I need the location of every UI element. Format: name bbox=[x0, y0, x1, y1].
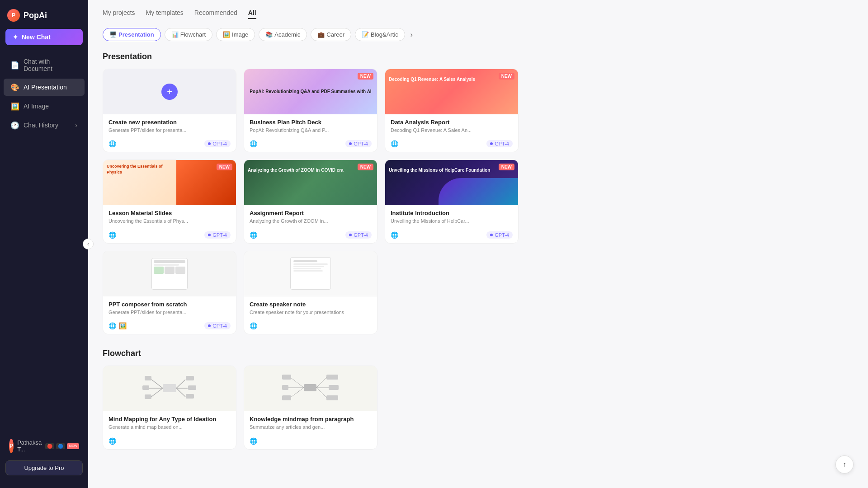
card-img-text: Decoding Q1 Revenue: A Sales Analysis bbox=[385, 73, 479, 86]
filter-tab-flowchart[interactable]: 📊 Flowchart bbox=[165, 28, 212, 41]
globe-icon: 🌐 bbox=[391, 231, 398, 239]
gpt-label: GPT-4 bbox=[354, 232, 368, 238]
new-badge: NEW bbox=[358, 164, 373, 170]
gpt-label: GPT-4 bbox=[495, 232, 509, 238]
sidebar-item-label: Chat History bbox=[24, 122, 58, 129]
academic-tab-icon: 📚 bbox=[265, 31, 273, 38]
flowchart-tab-label: Flowchart bbox=[180, 31, 206, 38]
filter-tabs: 🖥️ Presentation 📊 Flowchart 🖼️ Image 📚 A… bbox=[103, 28, 854, 41]
gpt-dot bbox=[490, 142, 493, 145]
gpt-label: GPT-4 bbox=[212, 232, 227, 238]
card-body: Knowledge mindmap from paragraph Summari… bbox=[244, 411, 377, 434]
card-body: Create new presentation Generate PPT/sli… bbox=[103, 114, 236, 137]
svg-rect-0 bbox=[163, 384, 176, 392]
card-speaker-note[interactable]: Create speaker note Create speaker note … bbox=[244, 251, 377, 334]
new-badge: NEW bbox=[217, 164, 232, 170]
card-desc: Create speaker note for your presentatio… bbox=[250, 309, 372, 316]
new-chat-button[interactable]: ✦ New Chat bbox=[5, 29, 83, 45]
sidebar-item-label: Chat with Document bbox=[24, 58, 77, 72]
presentation-tab-icon: 🖥️ bbox=[109, 31, 117, 38]
sidebar-item-chat-history[interactable]: 🕐 Chat History › bbox=[4, 117, 85, 134]
filter-tab-presentation[interactable]: 🖥️ Presentation bbox=[103, 28, 161, 41]
card-footer: 🌐 bbox=[103, 435, 236, 449]
gpt-badge: GPT-4 bbox=[486, 140, 513, 147]
gpt-badge: GPT-4 bbox=[204, 140, 231, 147]
card-footer: 🌐 GPT-4 bbox=[385, 229, 518, 243]
flowchart-section-title: Flowchart bbox=[103, 349, 854, 358]
card-footer: 🌐 GPT-4 bbox=[244, 137, 377, 152]
presentation-section: Presentation + Create new presentation G… bbox=[103, 52, 854, 334]
card-desc: Unveiling the Missions of HelpCar... bbox=[391, 218, 513, 225]
globe-icon: 🌐 bbox=[250, 322, 257, 329]
presentation-tab-label: Presentation bbox=[118, 31, 154, 38]
sidebar-item-ai-image[interactable]: 🖼️ AI Image bbox=[4, 98, 85, 115]
card-desc: Generate PPT/slides for presenta... bbox=[108, 127, 231, 134]
flowchart-tab-icon: 📊 bbox=[171, 31, 179, 38]
card-title: Mind Mapping for Any Type of Ideation bbox=[108, 416, 231, 422]
card-mind-mapping[interactable]: Mind Mapping for Any Type of Ideation Ge… bbox=[103, 366, 236, 449]
nav-my-projects[interactable]: My projects bbox=[103, 9, 135, 19]
nav-all[interactable]: All bbox=[248, 9, 256, 19]
card-footer: 🌐 bbox=[244, 319, 377, 334]
mind-map-svg bbox=[142, 371, 197, 407]
card-ppt-composer[interactable]: PPT composer from scratch Generate PPT/s… bbox=[103, 251, 236, 334]
sidebar-item-chat-document[interactable]: 📄 Chat with Document bbox=[4, 53, 85, 77]
sidebar-item-ai-presentation[interactable]: 🎨 AI Presentation bbox=[4, 79, 85, 96]
gpt-label: GPT-4 bbox=[212, 323, 227, 328]
sidebar-collapse-button[interactable]: ‹ bbox=[83, 239, 94, 249]
filter-tab-academic[interactable]: 📚 Academic bbox=[259, 28, 307, 41]
svg-rect-21 bbox=[326, 375, 338, 380]
new-badge: NEW bbox=[499, 73, 514, 80]
document-icon: 📄 bbox=[11, 61, 19, 69]
card-body: Business Plan Pitch Deck PopAi: Revoluti… bbox=[244, 114, 377, 137]
card-assignment-report[interactable]: NEW Analyzing the Growth of ZOOM in COVI… bbox=[244, 160, 377, 243]
gpt-label: GPT-4 bbox=[495, 141, 509, 146]
filter-tab-image[interactable]: 🖼️ Image bbox=[216, 28, 255, 41]
card-thumbnail: Uncovering the Essentials of Physics NEW bbox=[103, 160, 236, 205]
svg-line-18 bbox=[290, 388, 304, 398]
image-icon: 🖼️ bbox=[11, 102, 19, 110]
image-icon: 🖼️ bbox=[119, 322, 127, 329]
card-data-analysis[interactable]: NEW Decoding Q1 Revenue: A Sales Analysi… bbox=[385, 69, 519, 152]
card-desc: Generate a mind map based on... bbox=[108, 424, 231, 431]
nav-recommended[interactable]: Recommended bbox=[194, 9, 237, 19]
card-lesson-material[interactable]: Uncovering the Essentials of Physics NEW… bbox=[103, 160, 236, 243]
new-badge: NEW bbox=[67, 443, 79, 449]
card-knowledge-mindmap[interactable]: Knowledge mindmap from paragraph Summari… bbox=[244, 366, 377, 449]
nav-my-templates[interactable]: My templates bbox=[146, 9, 184, 19]
gpt-dot bbox=[349, 142, 352, 145]
gpt-label: GPT-4 bbox=[212, 141, 227, 146]
gpt-badge: GPT-4 bbox=[345, 231, 372, 239]
card-title: Business Plan Pitch Deck bbox=[250, 119, 372, 126]
filter-tab-career[interactable]: 💼 Career bbox=[311, 28, 351, 41]
svg-rect-6 bbox=[145, 394, 151, 399]
svg-line-7 bbox=[176, 380, 185, 388]
filter-more-button[interactable]: › bbox=[409, 29, 415, 41]
presentation-icon: 🎨 bbox=[11, 83, 19, 91]
filter-tab-blog[interactable]: 📝 Blog&Artic bbox=[355, 28, 405, 41]
upgrade-button[interactable]: Upgrade to Pro bbox=[5, 460, 83, 475]
card-img-text: PopAi: Revolutionizing Q&A and PDF Summa… bbox=[246, 85, 375, 99]
card-title: Assignment Report bbox=[250, 210, 372, 216]
scroll-to-top-button[interactable]: ↑ bbox=[835, 455, 854, 474]
card-title: Lesson Material Slides bbox=[108, 210, 231, 216]
card-desc: PopAi: Revolutionizing Q&A and P... bbox=[250, 127, 372, 134]
card-thumbnail: NEW Analyzing the Growth of ZOOM in COVI… bbox=[244, 160, 377, 205]
card-create-new[interactable]: + Create new presentation Generate PPT/s… bbox=[103, 69, 236, 152]
svg-rect-25 bbox=[326, 395, 338, 400]
knowledge-map-svg bbox=[281, 371, 340, 407]
card-footer: 🌐 GPT-4 bbox=[103, 229, 236, 243]
card-thumbnail bbox=[103, 251, 236, 296]
new-chat-label: New Chat bbox=[22, 33, 51, 41]
card-institute-intro[interactable]: NEW Unveiling the Missions of HelpCare F… bbox=[385, 160, 519, 243]
user-info[interactable]: P Pathaksa T... 🔴 🔵 NEW bbox=[5, 435, 83, 457]
card-business-plan[interactable]: NEW PopAi: Revolutionizing Q&A and PDF S… bbox=[244, 69, 377, 152]
card-title: PPT composer from scratch bbox=[108, 301, 231, 308]
svg-line-24 bbox=[316, 388, 326, 398]
gpt-badge: GPT-4 bbox=[204, 231, 231, 239]
card-body: Institute Introduction Unveiling the Mis… bbox=[385, 205, 518, 228]
card-footer: 🌐 bbox=[244, 435, 377, 449]
new-chat-icon: ✦ bbox=[13, 33, 18, 41]
globe-icon: 🌐 bbox=[108, 437, 116, 445]
globe-icon: 🌐 bbox=[250, 437, 257, 445]
